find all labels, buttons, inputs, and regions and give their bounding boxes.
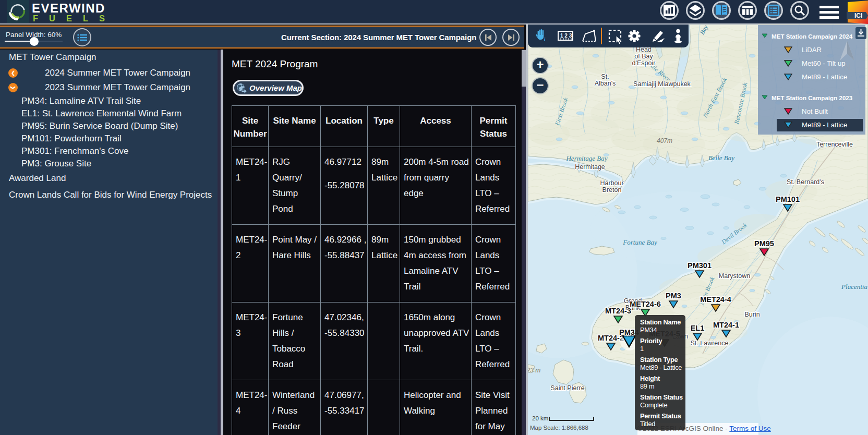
svg-text:Marystown: Marystown [719, 272, 750, 280]
svg-text:Belle Bay: Belle Bay [708, 154, 734, 162]
svg-text:PM301: PM301 [688, 261, 712, 270]
svg-text:Breton: Breton [602, 186, 622, 194]
svg-text:Burin: Burin [744, 311, 760, 318]
svg-text:MT24-3: MT24-3 [605, 307, 631, 315]
svg-text:of Bay: of Bay [634, 53, 653, 60]
svg-text:LiDAR: LiDAR [802, 46, 822, 54]
svg-text:Met89 - Lattice: Met89 - Lattice [802, 121, 847, 129]
svg-text:PM101: PM101 [776, 195, 800, 203]
svg-text:MET24-6: MET24-6 [630, 300, 661, 308]
svg-text:Samiajij Miawpukek: Samiajij Miawpukek [633, 80, 691, 88]
svg-text:EL1: EL1 [691, 324, 705, 332]
svg-text:407m: 407m [657, 137, 672, 144]
svg-text:1 2 3: 1 2 3 [560, 33, 572, 39]
svg-text:Harbour: Harbour [600, 179, 623, 187]
svg-text:St.: St. [601, 73, 609, 80]
svg-text:Fortune Bay: Fortune Bay [622, 238, 657, 246]
svg-text:Met60 - Tilt up: Met60 - Tilt up [802, 59, 846, 67]
svg-text:St. Lawrence: St. Lawrence [691, 340, 729, 347]
svg-text:Met89 - Lattice: Met89 - Lattice [802, 73, 847, 81]
svg-text:Placentia: Placentia [841, 283, 867, 291]
svg-text:MT24-1: MT24-1 [713, 321, 739, 329]
svg-text:MET Station Campaign 2024: MET Station Campaign 2024 [771, 33, 853, 40]
svg-text:Saint Pierre: Saint Pierre [550, 384, 584, 392]
svg-text:Not Built: Not Built [802, 107, 828, 115]
svg-text:St. Bernard's: St. Bernard's [787, 178, 824, 186]
svg-text:Hermitage: Hermitage [575, 163, 605, 171]
svg-text:PM95: PM95 [754, 239, 774, 248]
svg-text:Terrenceville: Terrenceville [816, 141, 853, 148]
svg-text:d'Espoir: d'Espoir [632, 59, 656, 67]
svg-text:ICI: ICI [854, 12, 862, 19]
svg-text:Hermitage Bay: Hermitage Bay [565, 154, 607, 162]
svg-text:MET Station Campaign 2023: MET Station Campaign 2023 [771, 94, 853, 101]
svg-text:MET24-4: MET24-4 [700, 295, 731, 304]
svg-text:PM3: PM3 [666, 292, 681, 300]
svg-text:Alban's: Alban's [595, 80, 616, 87]
svg-text:i: i [544, 37, 546, 42]
svg-text:23 m: 23 m [528, 367, 540, 374]
